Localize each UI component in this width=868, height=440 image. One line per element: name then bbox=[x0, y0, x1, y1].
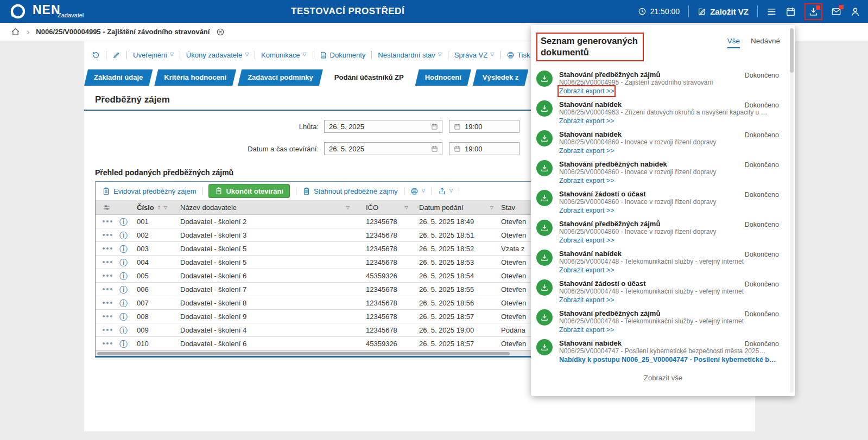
generated-doc-item[interactable]: Stahování nabídek N006/25/V00004963 - Zř… bbox=[531, 98, 795, 127]
stahnout-button[interactable]: Stáhnout předběžné zájmy bbox=[302, 187, 398, 195]
vertical-scrollbar[interactable] bbox=[790, 28, 794, 393]
generated-doc-item[interactable]: Stahování nabídek N006/25/V00004748 - Te… bbox=[531, 247, 795, 277]
info-icon[interactable]: ⓘ bbox=[119, 231, 128, 239]
scrollbar-thumb[interactable] bbox=[97, 352, 510, 355]
show-export-link[interactable]: Zobrazit export >> bbox=[559, 326, 614, 334]
row-menu-icon[interactable] bbox=[103, 315, 112, 317]
row-menu-icon[interactable] bbox=[103, 234, 112, 236]
edit-button[interactable] bbox=[112, 51, 121, 59]
column-settings-button[interactable] bbox=[103, 203, 111, 212]
main-menu-button[interactable] bbox=[766, 7, 777, 17]
menu-sprava-vz[interactable]: Správa VZ▽ bbox=[454, 51, 494, 59]
show-export-link[interactable]: Zobrazit export >> bbox=[559, 266, 614, 275]
tab[interactable]: Zadávací podmínky bbox=[238, 69, 323, 86]
user-profile-button[interactable] bbox=[850, 7, 860, 17]
calendar-icon[interactable] bbox=[431, 123, 438, 130]
row-menu-icon[interactable] bbox=[103, 275, 112, 277]
generated-doc-item[interactable]: Stahování předběžných zájmů N006/25/V000… bbox=[531, 68, 795, 98]
row-menu-icon[interactable] bbox=[103, 329, 112, 331]
row-menu-icon[interactable] bbox=[103, 220, 112, 222]
history-button[interactable] bbox=[92, 51, 100, 59]
menu-label: Uveřejnění bbox=[133, 51, 167, 59]
ukoncit-oteviranie-button[interactable]: Ukončit otevírání bbox=[208, 184, 289, 198]
opening-time-field[interactable]: 19:00 bbox=[449, 142, 519, 155]
tab[interactable]: Podání účastníků ZP bbox=[325, 69, 414, 86]
cell-number: 002 bbox=[137, 231, 149, 239]
show-export-link[interactable]: Zobrazit export >> bbox=[559, 146, 614, 155]
deadline-time-field[interactable]: 19:00 bbox=[449, 120, 519, 133]
tab[interactable]: Kritéria hodnocení bbox=[154, 69, 236, 86]
show-export-link[interactable]: Zobrazit export >> bbox=[559, 87, 614, 95]
calendar-icon[interactable] bbox=[454, 145, 461, 152]
menu-ukony-zadavatele[interactable]: Úkony zadavatele▽ bbox=[186, 51, 249, 59]
column-label: Stav bbox=[501, 203, 515, 212]
generated-doc-item[interactable]: Stahování nabídek N006/25/V00004860 - In… bbox=[531, 127, 795, 157]
column-ico[interactable]: IČO ▽ bbox=[355, 203, 415, 212]
evidovat-button[interactable]: Evidovat předběžný zájem bbox=[102, 187, 196, 195]
show-all-link[interactable]: Zobrazit vše bbox=[531, 374, 795, 382]
menu-dokumenty[interactable]: Dokumenty bbox=[319, 51, 366, 59]
generated-doc-item[interactable]: Stahování předběžných nabídek N006/25/V0… bbox=[531, 157, 795, 187]
info-icon[interactable]: ⓘ bbox=[119, 245, 128, 253]
info-icon[interactable]: ⓘ bbox=[119, 326, 128, 334]
column-cislo[interactable]: Číslo ↑ ▽ bbox=[131, 203, 172, 212]
tab-nedavne[interactable]: Nedávné bbox=[751, 37, 780, 48]
create-vz-button[interactable]: Založit VZ bbox=[698, 7, 749, 16]
info-icon[interactable]: ⓘ bbox=[119, 258, 128, 266]
scrollbar-thumb[interactable] bbox=[790, 28, 794, 73]
info-icon[interactable]: ⓘ bbox=[119, 340, 128, 348]
show-export-link[interactable]: Zobrazit export >> bbox=[559, 117, 614, 125]
show-export-link[interactable]: Zobrazit export >> bbox=[559, 236, 614, 245]
generated-doc-item[interactable]: Stahování předběžných zájmů N006/25/V000… bbox=[531, 307, 795, 336]
menu-nestandardni-stav[interactable]: Nestandardní stav▽ bbox=[378, 51, 441, 59]
calendar-button[interactable] bbox=[785, 7, 796, 17]
show-export-link[interactable]: Zobrazit export >> bbox=[559, 176, 614, 185]
doc-subtitle: N006/25/V00004747 - Posílení kybernetick… bbox=[559, 347, 779, 355]
row-menu-icon[interactable] bbox=[103, 261, 112, 263]
generated-doc-item[interactable]: Stahování nabídek N006/25/V00004747 - Po… bbox=[531, 336, 795, 366]
tab[interactable]: Výsledek z bbox=[473, 69, 529, 86]
filter-triangle-icon[interactable]: ▽ bbox=[405, 205, 408, 210]
info-icon[interactable]: ⓘ bbox=[119, 313, 128, 321]
tab[interactable]: Hodnocení bbox=[415, 69, 471, 86]
filter-triangle-icon[interactable]: ▽ bbox=[490, 205, 493, 210]
row-menu-icon[interactable] bbox=[103, 247, 112, 250]
menu-komunikace[interactable]: Komunikace▽ bbox=[261, 51, 306, 59]
filter-triangle-icon[interactable]: ▽ bbox=[164, 205, 167, 210]
dropdown-triangle-icon: ▽ bbox=[303, 52, 307, 57]
download-circle-icon bbox=[536, 160, 553, 176]
download-circle-icon bbox=[536, 279, 553, 296]
opening-date-field[interactable]: 26. 5. 2025 bbox=[324, 142, 442, 155]
show-export-link[interactable]: Zobrazit export >> bbox=[559, 296, 614, 304]
deadline-date-field[interactable]: 26. 5. 2025 bbox=[324, 120, 442, 133]
sort-asc-icon[interactable]: ↑ bbox=[157, 203, 161, 211]
column-nazev[interactable]: Název dodavatele ▽ bbox=[172, 203, 355, 212]
generated-doc-item[interactable]: Stahování žádostí o účast N006/25/V00004… bbox=[531, 187, 795, 217]
calendar-icon[interactable] bbox=[454, 123, 461, 130]
messages-button[interactable] bbox=[831, 7, 841, 17]
home-button[interactable] bbox=[11, 27, 20, 36]
calendar-icon[interactable] bbox=[431, 145, 438, 152]
cell-number: 008 bbox=[137, 313, 149, 321]
generated-doc-item[interactable]: Stahování žádostí o účast N006/25/V00004… bbox=[531, 277, 795, 307]
export-menu-button[interactable]: ▽ bbox=[438, 187, 453, 195]
close-record-button[interactable] bbox=[216, 28, 225, 36]
tab[interactable]: Základní údaje bbox=[84, 69, 153, 86]
row-menu-icon[interactable] bbox=[103, 302, 112, 304]
info-icon[interactable]: ⓘ bbox=[119, 218, 128, 226]
print-menu-button[interactable]: ▽ bbox=[410, 187, 426, 195]
breadcrumb-record[interactable]: N006/25/V00004995 - Zajištění závodního … bbox=[36, 28, 210, 36]
filter-triangle-icon[interactable]: ▽ bbox=[346, 205, 350, 210]
column-datum[interactable]: Datum podání ▽ bbox=[415, 203, 499, 212]
show-export-link[interactable]: Zobrazit export >> bbox=[559, 206, 614, 215]
show-export-link[interactable]: Nabídky k postupu N006_25_V00004747 - Po… bbox=[559, 355, 779, 364]
info-icon[interactable]: ⓘ bbox=[119, 299, 128, 307]
row-menu-icon[interactable] bbox=[103, 288, 112, 290]
row-menu-icon[interactable] bbox=[103, 342, 112, 345]
menu-uverejneni[interactable]: Uveřejnění▽ bbox=[133, 51, 174, 59]
info-icon[interactable]: ⓘ bbox=[119, 272, 128, 280]
generated-doc-item[interactable]: Stahování předběžných zájmů N006/25/V000… bbox=[531, 217, 795, 247]
cell-ico: 12345678 bbox=[366, 313, 397, 321]
info-icon[interactable]: ⓘ bbox=[119, 285, 128, 294]
tab-vse[interactable]: Vše bbox=[727, 37, 740, 48]
